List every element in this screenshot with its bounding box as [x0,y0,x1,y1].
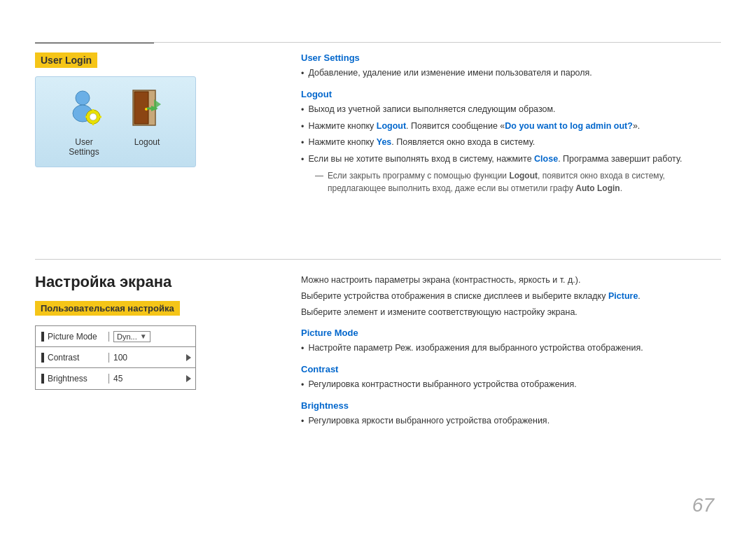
svg-point-0 [76,91,90,105]
contrast-bullet: • Регулировка контрастности выбранного у… [301,378,721,392]
user-settings-bullet1: • Добавление, удаление или изменение име… [301,66,721,80]
row-indicator-contrast [41,353,44,363]
brightness-bullet: • Регулировка яркости выбранного устройс… [301,414,721,428]
svg-rect-4 [92,109,94,112]
logout-bullet2: • Нажмите кнопку Logout. Появится сообще… [301,120,721,134]
contrast-value[interactable]: 100 [109,353,195,363]
picture-mode-bullet: • Настройте параметр Реж. изображения дл… [301,342,721,356]
svg-rect-6 [85,116,88,118]
settings-row-brightness: Brightness 45 [36,368,195,389]
user-settings-label: User Settings [63,137,105,157]
brightness-arrow-icon[interactable] [186,375,191,382]
logout-heading: Logout [301,89,721,99]
svg-rect-5 [92,122,94,125]
page-container: User Login [0,0,756,534]
right-col-top: User Settings • Добавление, удаление или… [301,52,721,197]
top-line [35,42,721,43]
logout-icon[interactable] [126,87,168,129]
brightness-value[interactable]: 45 [109,374,195,384]
picture-mode-heading-bottom: Picture Mode [301,328,721,338]
intro-text-3: Выберите элемент и измените соответствую… [301,305,721,319]
picture-mode-label: Picture Mode [36,332,109,342]
user-settings-icon[interactable] [63,87,105,129]
intro-text-2: Выберите устройства отображения в списке… [301,289,721,303]
picture-mode-value[interactable]: Dyn... ▼ [109,331,195,342]
left-col-bottom: Настройка экрана Пользовательская настро… [35,273,259,390]
mid-line [35,259,721,260]
settings-row-contrast: Contrast 100 [36,347,195,368]
user-login-icons [63,87,168,129]
intro-text-1: Можно настроить параметры экрана (контра… [301,273,721,287]
row-indicator [41,332,44,342]
user-login-box: User Settings Logout [35,76,196,167]
brightness-heading-bottom: Brightness [301,400,721,411]
screen-settings-title: Настройка экрана [35,273,259,291]
row-indicator-brightness [41,374,44,384]
user-settings-heading: User Settings [301,52,721,63]
svg-marker-13 [154,99,161,109]
logout-bullet1: • Выход из учетной записи выполняется сл… [301,103,721,117]
right-col-bottom: Можно настроить параметры экрана (контра… [301,273,721,430]
dropdown-arrow-icon: ▼ [140,332,147,340]
left-col-top: User Login [35,52,259,167]
picture-mode-dropdown[interactable]: Dyn... ▼ [113,331,150,342]
contrast-arrow-icon[interactable] [186,354,191,361]
logout-label: Logout [126,137,168,157]
user-login-title: User Login [35,52,97,68]
logout-note: — Если закрыть программу с помощью функц… [315,169,721,195]
brightness-label: Brightness [36,374,109,384]
logout-bullet4: • Если вы не хотите выполнять вход в сис… [301,153,721,167]
settings-row-picture-mode: Picture Mode Dyn... ▼ [36,326,195,347]
custom-settings-subtitle: Пользовательская настройка [35,301,180,316]
settings-table: Picture Mode Dyn... ▼ Contrast 100 [35,325,196,390]
contrast-heading-bottom: Contrast [301,364,721,374]
user-login-labels: User Settings Logout [63,137,168,157]
svg-rect-7 [99,116,102,118]
contrast-label: Contrast [36,353,109,363]
svg-point-3 [90,113,97,120]
logout-bullet3: • Нажмите кнопку Yes. Появляется окно вх… [301,136,721,150]
page-number: 67 [692,494,714,517]
bullet-dot: • [301,67,304,80]
